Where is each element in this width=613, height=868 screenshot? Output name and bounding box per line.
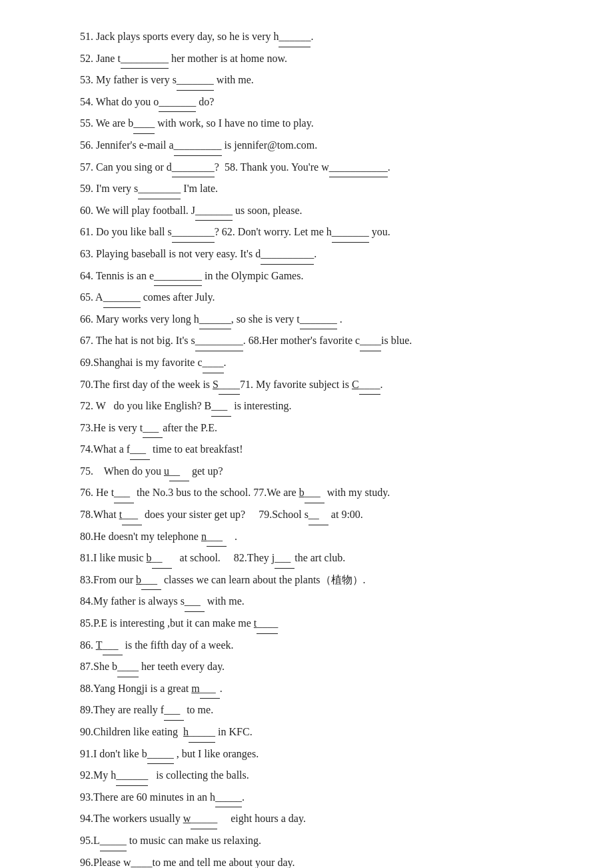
list-item: 88.Yang Hongji is a great m___.	[80, 679, 560, 699]
list-item: 67. The hat is not big. It's s_________.…	[80, 331, 560, 351]
list-item: 65. A_______ comes after July.	[80, 287, 560, 308]
list-item: 59. I'm very s________ I'm late.	[80, 179, 560, 199]
list-item: 93.There are 60 minutes in an h_____.	[80, 787, 560, 808]
list-item: 73.He is very t___after the P.E.	[80, 418, 560, 439]
list-item: 83.From our b___ classes we can learn ab…	[80, 570, 560, 591]
list-item: 64. Tennis is an e_________ in the Olymp…	[80, 266, 560, 287]
list-item: 54. What do you o_______ do?	[80, 92, 560, 113]
list-item: 92.My h______ is collecting the balls.	[80, 765, 560, 786]
list-item: 66. Mary works very long h______, so she…	[80, 309, 560, 330]
list-item: 63. Playing baseball is not very easy. I…	[80, 244, 560, 265]
list-item: 53. My father is very s_______ with me.	[80, 70, 560, 91]
list-item: 96.Please w____to me and tell me about y…	[80, 853, 560, 868]
list-item: 86. T___ is the fifth day of a week.	[80, 635, 560, 656]
list-item: 94.The workers usually w_____ eight hour…	[80, 809, 560, 829]
list-item: 90.Children like eating h_____ in KFC.	[80, 722, 560, 743]
list-item: 56. Jennifer's e-mail a_________ is jenn…	[80, 135, 560, 156]
list-item: 95.L_____ to music can make us relaxing.	[80, 831, 560, 851]
list-item: 69.Shanghai is my favorite c____.	[80, 353, 560, 373]
list-item: 70.The first day of the week is S____71.…	[80, 375, 560, 395]
list-item: 74.What a f___ time to eat breakfast!	[80, 439, 560, 460]
list-item: 60. We will play football. J_______ us s…	[80, 201, 560, 221]
list-item: 57. Can you sing or d________? 58. Thank…	[80, 157, 560, 178]
list-item: 91.I don't like b_____ , but I like oran…	[80, 744, 560, 765]
list-item: 52. Jane t_________ her mother is at hom…	[80, 49, 560, 69]
list-item: 61. Do you like ball s________? 62. Don'…	[80, 222, 560, 243]
list-item: 72. W do you like English? B___ is inter…	[80, 396, 560, 417]
list-item: 51. Jack plays sports every day, so he i…	[80, 27, 560, 47]
list-item: 76. He t___ the No.3 bus to the school. …	[80, 483, 560, 503]
list-item: 89.They are really f___ to me.	[80, 700, 560, 721]
list-item: 85.P.E is interesting ,but it can make m…	[80, 613, 560, 634]
exercise-list: 51. Jack plays sports every day, so he i…	[80, 27, 560, 868]
list-item: 87.She b____ her teeth every day.	[80, 657, 560, 677]
list-item: 84.My father is always s___ with me.	[80, 591, 560, 612]
list-item: 78.What t___ does your sister get up? 79…	[80, 505, 560, 525]
item-number: 51. Jack plays sports every day, so he i…	[80, 31, 313, 42]
list-item: 81.I like music b__ at school. 82.They j…	[80, 548, 560, 569]
list-item: 75. When do you u__ get up?	[80, 461, 560, 482]
item-number: 52. Jane t_________ her mother is at hom…	[80, 53, 287, 64]
list-item: 80.He doesn't my telephone n___ .	[80, 527, 560, 547]
list-item: 55. We are b____ with work, so I have no…	[80, 113, 560, 134]
